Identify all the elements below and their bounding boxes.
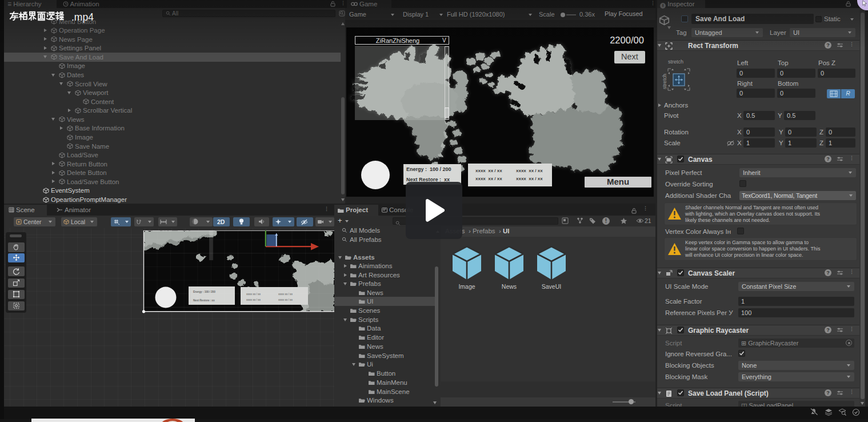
svg-text:Energy : 100 / 200: Energy : 100 / 200 (193, 290, 215, 293)
svg-text:xxxx xx / xx: xxxx xx / xx (278, 293, 293, 296)
svg-text:xxxx xx / xx: xxxx xx / xx (246, 298, 261, 301)
svg-text:xxxx xx / xx: xxxx xx / xx (278, 298, 293, 301)
svg-text:xxxx xx / xx: xxxx xx / xx (246, 293, 261, 296)
svg-text:Next Restore : xx: Next Restore : xx (193, 299, 215, 302)
svg-text:.mp4: .mp4 (71, 11, 94, 23)
